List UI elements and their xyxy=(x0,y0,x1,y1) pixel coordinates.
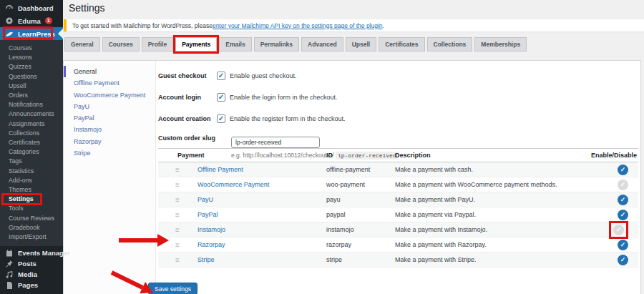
submenu-item-questions[interactable]: Questions xyxy=(0,72,63,82)
tab-upsell[interactable]: Upsell xyxy=(346,37,377,52)
submenu-item-course-reviews[interactable]: Course Reviews xyxy=(0,214,63,223)
dashboard-icon xyxy=(5,4,14,12)
submenu-item-certificates[interactable]: Certificates xyxy=(0,138,63,147)
payment-name-link[interactable]: WooCommerce Payment xyxy=(197,181,269,188)
subnav-item-offline-payment[interactable]: Offline Payment xyxy=(64,77,155,89)
table-row-payu: ≡ PayU payu Make a payment with PayU. ✓ xyxy=(158,192,638,207)
subnav-item-instamojo[interactable]: Instamojo xyxy=(64,124,155,135)
tab-courses[interactable]: Courses xyxy=(102,37,140,52)
submenu-item-settings[interactable]: Settings xyxy=(0,195,63,204)
update-count-badge: 1 xyxy=(45,17,52,24)
sidebar-bottom-group: Events Manager Posts Media Pages xyxy=(0,248,63,290)
payment-name-link[interactable]: PayU xyxy=(197,196,213,203)
tab-permalinks[interactable]: Permalinks xyxy=(254,37,299,52)
drag-handle-icon[interactable]: ≡ xyxy=(175,256,180,264)
account-creation-checkbox[interactable]: ✓ xyxy=(217,114,225,123)
sidebar-item-label: Pages xyxy=(18,281,38,289)
guest-checkout-description: Enable guest checkout. xyxy=(230,72,297,79)
enable-toggle[interactable]: ✓ xyxy=(618,210,628,220)
tab-general[interactable]: General xyxy=(64,37,100,52)
tab-certificates[interactable]: Certificates xyxy=(379,37,424,52)
guest-checkout-checkbox[interactable]: ✓ xyxy=(217,72,225,80)
header-id: ID xyxy=(326,152,395,159)
payment-description: Make a payment via Paypal. xyxy=(395,211,582,218)
subnav-item-paypal[interactable]: PayPal xyxy=(64,112,155,124)
tab-emails[interactable]: Emails xyxy=(219,37,251,52)
payment-description: Make a payment with cash. xyxy=(395,166,582,173)
subnav-item-payu[interactable]: PayU xyxy=(64,101,155,112)
drag-handle-icon[interactable]: ≡ xyxy=(175,211,180,219)
drag-handle-icon[interactable]: ≡ xyxy=(175,241,180,249)
payment-name-link[interactable]: Offline Payment xyxy=(197,166,243,173)
submenu-item-categories[interactable]: Categories xyxy=(0,147,63,157)
payment-name-link[interactable]: Stripe xyxy=(197,256,215,263)
enable-toggle[interactable]: ✓ xyxy=(618,195,628,205)
submenu-item-lessons[interactable]: Lessons xyxy=(0,53,63,62)
sidebar-item-eduma[interactable]: Eduma 1 xyxy=(0,14,63,27)
form-row-account-login: Account login ✓ Enable the login form in… xyxy=(158,92,638,103)
submenu-item-import-export[interactable]: Import/Export xyxy=(0,232,63,242)
submenu-item-themes[interactable]: Themes xyxy=(0,185,63,195)
tab-advanced[interactable]: Advanced xyxy=(301,37,343,52)
submenu-item-add-ons[interactable]: Add-ons xyxy=(0,176,63,185)
submenu-item-announcements[interactable]: Announcements xyxy=(0,109,63,119)
tab-profile[interactable]: Profile xyxy=(142,37,173,52)
custom-order-slug-label: Custom order slug xyxy=(158,134,217,142)
account-login-checkbox[interactable]: ✓ xyxy=(217,93,225,102)
enable-toggle[interactable]: ✓ xyxy=(618,240,628,250)
sidebar-item-events-manager[interactable]: Events Manager xyxy=(0,248,63,258)
tab-payments[interactable]: Payments xyxy=(175,37,217,52)
sidebar-item-label: Posts xyxy=(18,260,36,268)
header-payment: Payment xyxy=(158,152,326,159)
enable-toggle[interactable]: ✓ xyxy=(618,255,628,265)
drag-handle-icon[interactable]: ≡ xyxy=(175,181,180,189)
tab-memberships[interactable]: Memberships xyxy=(474,37,527,52)
sidebar-item-posts[interactable]: Posts xyxy=(0,258,63,269)
submenu-item-quizzes[interactable]: Quizzes xyxy=(0,62,63,72)
payment-name-link[interactable]: Razorpay xyxy=(197,241,225,248)
payment-description: Make a payment with Stripe. xyxy=(395,256,582,263)
table-row-woocommerce-payment: ≡ WooCommerce Payment woo-payment Make a… xyxy=(158,177,638,192)
enable-toggle[interactable]: ✓ xyxy=(618,165,628,175)
drag-handle-icon[interactable]: ≡ xyxy=(175,166,180,174)
submenu-item-upsell[interactable]: Upsell xyxy=(0,82,63,91)
mailchimp-notice: To get started with Mailchimp for WordPr… xyxy=(64,19,644,31)
submenu-item-tags[interactable]: Tags xyxy=(0,157,63,166)
submenu-item-tools[interactable]: Tools xyxy=(0,204,63,213)
sidebar-item-media[interactable]: Media xyxy=(0,269,63,280)
tab-collections[interactable]: Collections xyxy=(427,37,473,52)
pages-icon xyxy=(5,281,14,290)
drag-handle-icon[interactable]: ≡ xyxy=(175,226,180,234)
enable-toggle[interactable]: ✓ xyxy=(618,180,628,190)
submenu-item-collections[interactable]: Collections xyxy=(0,129,63,138)
submenu-item-notifications[interactable]: Notifications xyxy=(0,100,63,109)
subnav-item-woocommerce-payment[interactable]: WooCommerce Payment xyxy=(64,89,155,101)
submenu-item-gradebook[interactable]: Gradebook xyxy=(0,223,63,232)
subnav-item-stripe[interactable]: Stripe xyxy=(64,147,155,159)
subnav-item-general[interactable]: General xyxy=(64,66,155,77)
notice-text: To get started with Mailchimp for WordPr… xyxy=(72,22,213,29)
mailchimp-api-key-link[interactable]: enter your Mailchimp API key on the sett… xyxy=(213,22,383,29)
account-creation-description: Enable the register form in the checkout… xyxy=(230,115,346,122)
custom-order-slug-input[interactable] xyxy=(231,137,320,148)
wordpress-admin-screen: Dashboard Eduma 1 LearnPress Courses Les… xyxy=(0,0,644,294)
sidebar-item-pages[interactable]: Pages xyxy=(0,280,63,290)
submenu-item-courses[interactable]: Courses xyxy=(0,44,63,53)
sidebar-item-learnpress[interactable]: LearnPress xyxy=(0,27,63,40)
drag-handle-icon[interactable]: ≡ xyxy=(175,196,180,204)
submenu-item-assignments[interactable]: Assignments xyxy=(0,119,63,129)
submenu-item-orders[interactable]: Orders xyxy=(0,91,63,100)
subnav-item-razorpay[interactable]: Razorpay xyxy=(64,136,155,147)
annotation-box-instamojo-toggle: ✓ xyxy=(609,221,628,239)
enable-toggle[interactable]: ✓ xyxy=(613,225,624,235)
payment-name-link[interactable]: PayPal xyxy=(197,211,218,218)
save-settings-button[interactable]: Save settings xyxy=(148,283,197,294)
submenu-item-statistics[interactable]: Statistics xyxy=(0,167,63,176)
payments-settings-card: General Offline Payment WooCommerce Paym… xyxy=(63,60,641,294)
sidebar-item-label: Eduma xyxy=(18,17,41,25)
table-row-instamojo: ≡ Instamojo instamojo Make a payment wit… xyxy=(158,222,638,237)
sidebar-item-dashboard[interactable]: Dashboard xyxy=(0,1,63,14)
payments-subnav: General Offline Payment WooCommerce Paym… xyxy=(64,61,156,294)
account-login-description: Enable the login form in the checkout. xyxy=(230,94,338,101)
payment-name-link[interactable]: Instamojo xyxy=(197,226,225,233)
